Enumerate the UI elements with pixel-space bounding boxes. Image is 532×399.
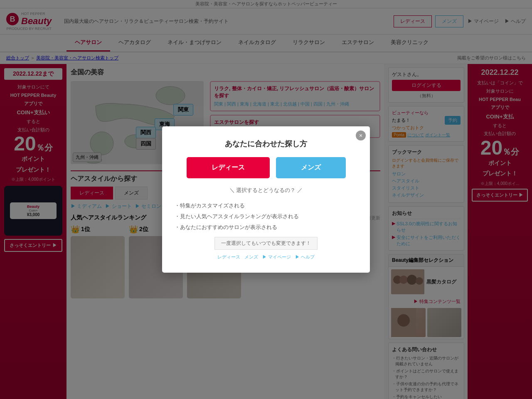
modal-footer-mens[interactable]: メンズ: [244, 254, 258, 260]
modal-mens-button[interactable]: メンズ: [276, 157, 346, 178]
modal-title: あなたに合わせた探し方: [175, 139, 357, 149]
benefit-2: 見たい人気ヘアスタイルランキングが表示される: [175, 211, 357, 222]
modal-footer-mypage[interactable]: ▶ マイページ: [262, 254, 291, 260]
modal-overlay[interactable]: × あなたに合わせた探し方 レディース メンズ ＼ 選択するとどうなるの？ ／ …: [0, 0, 532, 399]
modal-footer-help[interactable]: ▶ ヘルプ: [295, 254, 315, 260]
modal-divider: ＼ 選択するとどうなるの？ ／: [175, 187, 357, 194]
modal-buttons: レディース メンズ: [175, 157, 357, 178]
modal-ladies-button[interactable]: レディース: [187, 157, 270, 178]
gender-selection-modal: × あなたに合わせた探し方 レディース メンズ ＼ 選択するとどうなるの？ ／ …: [162, 126, 370, 273]
modal-benefits: 特集がカスタマイズされる 見たい人気ヘアスタイルランキングが表示される あなたに…: [175, 200, 357, 233]
modal-close-button[interactable]: ×: [356, 131, 366, 140]
benefit-1: 特集がカスタマイズされる: [175, 200, 357, 211]
benefit-3: あなたにおすすめのサロンが表示される: [175, 222, 357, 233]
modal-footer: レディース メンズ ▶ マイページ ▶ ヘルプ: [175, 254, 357, 260]
modal-note: 一度選択してもいつでも変更できます！: [214, 237, 318, 250]
modal-footer-ladies[interactable]: レディース: [217, 254, 240, 260]
